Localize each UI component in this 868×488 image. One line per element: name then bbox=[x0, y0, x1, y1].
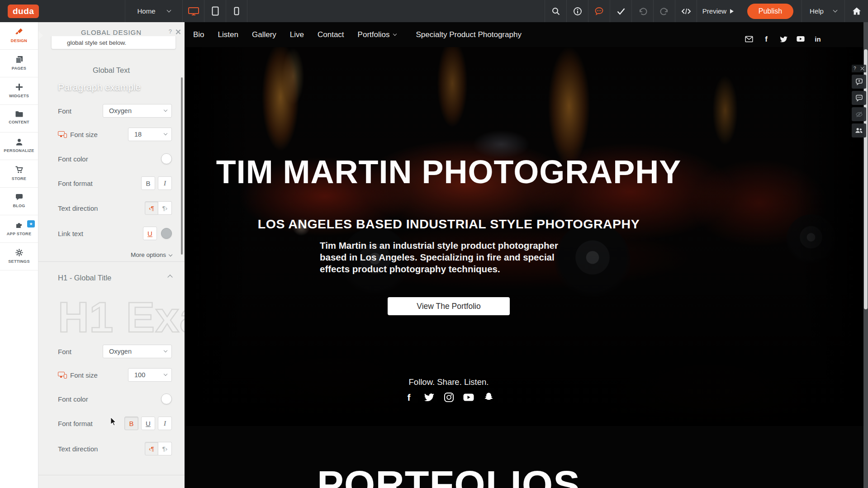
brush-icon bbox=[15, 28, 24, 36]
panel-scrollbar[interactable] bbox=[181, 77, 183, 255]
sidebar-item-store[interactable]: STORE bbox=[0, 160, 38, 188]
desktop-view-button[interactable] bbox=[182, 0, 204, 22]
h1-font-label: Font bbox=[58, 348, 71, 355]
comments-button[interactable] bbox=[588, 0, 610, 22]
h1-font-format-label: Font format bbox=[58, 420, 93, 427]
h1-underline-button[interactable]: U bbox=[141, 417, 155, 430]
editor-sidebar: DESIGN PAGES WIDGETS CONTENT PERSONALIZE… bbox=[0, 22, 38, 488]
responsive-devices-icon bbox=[58, 372, 67, 379]
sidebar-item-personalize[interactable]: PERSONALIZE bbox=[0, 133, 38, 160]
sidebar-item-design[interactable]: DESIGN bbox=[0, 22, 38, 50]
h1-font-size-select[interactable]: 100 bbox=[128, 368, 172, 382]
text-direction-label: Text direction bbox=[58, 204, 98, 212]
h1-font-value: Oxygen bbox=[109, 348, 132, 355]
rtl-direction-button[interactable]: ¶› bbox=[158, 201, 172, 215]
redo-icon bbox=[660, 7, 669, 15]
site-subtitle[interactable]: LOS ANGELES BASED INDUSTRIAL STYLE PHOTO… bbox=[185, 217, 713, 232]
italic-button[interactable]: I bbox=[158, 176, 172, 190]
close-icon[interactable] bbox=[860, 66, 864, 71]
font-select[interactable]: Oxygen bbox=[103, 104, 172, 118]
sidebar-item-blog[interactable]: BLOG bbox=[0, 188, 38, 215]
dev-mode-button[interactable] bbox=[675, 0, 697, 22]
facebook-icon[interactable]: f bbox=[403, 392, 414, 403]
site-nav-portfolios[interactable]: Portfolios bbox=[358, 30, 397, 39]
undo-button[interactable] bbox=[631, 0, 653, 22]
search-icon bbox=[551, 7, 560, 16]
collapse-section-icon[interactable] bbox=[167, 275, 172, 280]
h1-ltr-direction-button[interactable]: ‹¶ bbox=[145, 442, 158, 455]
duda-logo[interactable]: duda bbox=[8, 5, 39, 18]
preview-button[interactable]: Preview bbox=[697, 0, 739, 22]
link-color-swatch[interactable] bbox=[161, 228, 172, 239]
twitter-icon[interactable] bbox=[423, 392, 434, 403]
site-nav-specialty[interactable]: Specialty Product Photography bbox=[416, 30, 521, 39]
bold-button[interactable]: B bbox=[141, 176, 155, 190]
add-comment-button[interactable] bbox=[852, 75, 866, 89]
h1-example-preview: H1 Example bbox=[58, 293, 185, 340]
redo-button[interactable] bbox=[653, 0, 675, 22]
approve-button[interactable] bbox=[610, 0, 631, 22]
portfolios-heading[interactable]: PORTFOLIOS bbox=[185, 465, 713, 488]
link-underline-button[interactable]: U bbox=[143, 227, 157, 240]
h1-font-color-label: Font color bbox=[58, 395, 88, 403]
site-nav-contact[interactable]: Contact bbox=[318, 30, 344, 39]
close-icon[interactable] bbox=[175, 29, 180, 34]
site-title[interactable]: TIM MARTIN PHOTOGRAPHY bbox=[185, 156, 713, 188]
people-icon bbox=[855, 127, 863, 134]
instagram-icon[interactable] bbox=[443, 392, 454, 403]
sidebar-item-app-store[interactable]: ★ APP STORE bbox=[0, 215, 38, 243]
linkedin-icon[interactable]: in bbox=[814, 35, 822, 43]
site-nav-gallery[interactable]: Gallery bbox=[252, 30, 276, 39]
page-selector-dropdown[interactable]: Home bbox=[125, 0, 182, 22]
publish-button[interactable]: Publish bbox=[747, 4, 793, 19]
h1-font-size-label: Font size bbox=[58, 371, 98, 379]
ltr-pilcrow-icon: ‹¶ bbox=[149, 205, 154, 212]
sidebar-item-pages[interactable]: PAGES bbox=[0, 50, 38, 77]
comments-icon bbox=[594, 7, 604, 16]
font-color-label: Font color bbox=[58, 155, 88, 163]
search-button[interactable] bbox=[545, 0, 566, 22]
h1-font-size-value: 100 bbox=[134, 371, 145, 379]
checkmark-icon bbox=[617, 7, 626, 15]
comments-list-button[interactable] bbox=[852, 91, 866, 105]
comment-dots-icon bbox=[855, 95, 863, 102]
ltr-direction-button[interactable]: ‹¶ bbox=[145, 201, 158, 215]
sidebar-item-content[interactable]: CONTENT bbox=[0, 105, 38, 133]
cart-icon bbox=[15, 166, 24, 174]
site-navigation: Bio Listen Gallery Live Contact Portfoli… bbox=[185, 22, 863, 47]
site-intro-text[interactable]: Tim Martin is an industrial style produc… bbox=[320, 240, 579, 275]
more-options-button[interactable]: More options bbox=[131, 251, 172, 258]
youtube-icon[interactable] bbox=[463, 392, 474, 403]
hide-comments-button[interactable] bbox=[852, 107, 866, 121]
youtube-icon[interactable] bbox=[797, 35, 805, 43]
site-nav-live[interactable]: Live bbox=[290, 30, 304, 39]
h1-font-color-swatch[interactable] bbox=[161, 393, 172, 404]
h1-italic-button[interactable]: I bbox=[158, 417, 172, 430]
font-size-select[interactable]: 18 bbox=[128, 128, 172, 141]
toolbar-help-button[interactable]: ? bbox=[854, 66, 856, 71]
email-icon[interactable] bbox=[745, 35, 753, 43]
info-button[interactable] bbox=[566, 0, 588, 22]
snapchat-icon[interactable] bbox=[483, 392, 494, 403]
panel-help-button[interactable]: ? bbox=[169, 28, 172, 35]
site-canvas: Bio Listen Gallery Live Contact Portfoli… bbox=[185, 22, 863, 488]
mobile-view-button[interactable] bbox=[226, 0, 247, 22]
h1-font-select[interactable]: Oxygen bbox=[103, 345, 172, 358]
site-nav-listen[interactable]: Listen bbox=[218, 30, 238, 39]
sidebar-item-widgets[interactable]: WIDGETS bbox=[0, 77, 38, 105]
h1-bold-button[interactable]: B bbox=[124, 417, 138, 430]
collaborators-button[interactable] bbox=[852, 123, 866, 137]
social-caption[interactable]: Follow. Share. Listen. bbox=[185, 377, 713, 387]
facebook-icon[interactable]: f bbox=[762, 35, 770, 43]
font-color-swatch[interactable] bbox=[161, 153, 172, 164]
h1-rtl-direction-button[interactable]: ¶› bbox=[158, 442, 172, 455]
help-dropdown[interactable]: Help bbox=[802, 0, 845, 22]
sidebar-item-settings[interactable]: SETTINGS bbox=[0, 243, 38, 270]
font-color-row: Font color bbox=[58, 152, 172, 166]
tablet-view-button[interactable] bbox=[204, 0, 226, 22]
global-text-heading: Global Text bbox=[38, 66, 185, 75]
view-portfolio-button[interactable]: View The Portfolio bbox=[388, 297, 510, 315]
site-nav-bio[interactable]: Bio bbox=[193, 30, 204, 39]
dashboard-home-button[interactable] bbox=[845, 0, 868, 22]
twitter-icon[interactable] bbox=[779, 35, 787, 43]
